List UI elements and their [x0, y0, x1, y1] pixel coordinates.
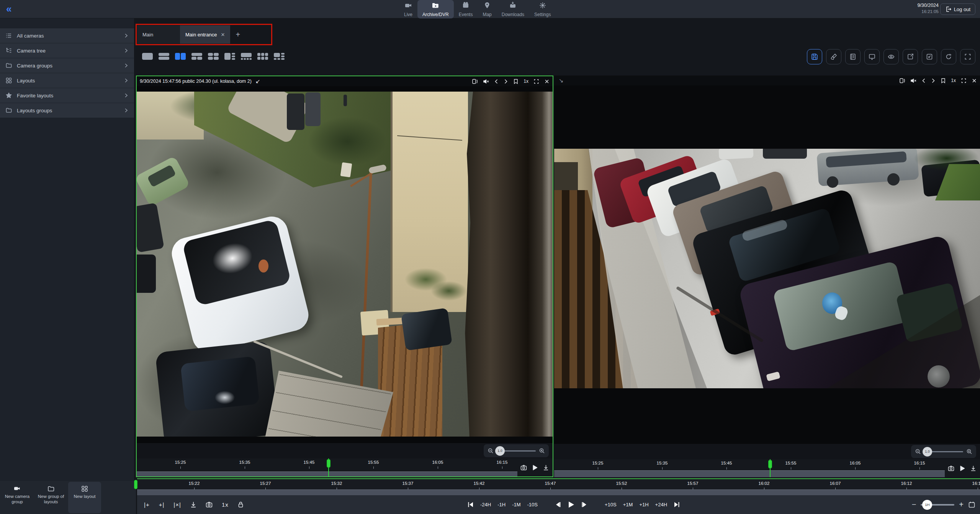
- snapshot-icon[interactable]: [206, 501, 213, 508]
- zoom-in-icon[interactable]: [539, 448, 545, 454]
- range-end-button[interactable]: +|: [159, 501, 165, 508]
- playback-speed[interactable]: 1x: [524, 79, 528, 84]
- zoom-out-icon[interactable]: [915, 448, 921, 455]
- layout-2x2[interactable]: [207, 51, 220, 61]
- tab-main-entrance[interactable]: Main entrance ✕: [180, 25, 230, 44]
- jump-back-24h[interactable]: -24H: [480, 502, 491, 507]
- zoom-slider-knob[interactable]: 1.0: [923, 447, 932, 457]
- camera-video[interactable]: [554, 85, 980, 444]
- sidebar-item-layouts[interactable]: Layouts: [0, 73, 134, 88]
- minimize-view-button[interactable]: [922, 49, 937, 64]
- scale-slider-track[interactable]: 1H: [921, 504, 954, 506]
- sidebar-item-camera-groups[interactable]: Camera groups: [0, 58, 134, 73]
- nav-map[interactable]: Map: [478, 0, 496, 18]
- mute-icon[interactable]: [910, 78, 916, 84]
- scale-minus-button[interactable]: −: [912, 500, 916, 509]
- step-back-icon[interactable]: [555, 501, 561, 508]
- view-mode-button[interactable]: [883, 49, 899, 64]
- nav-settings[interactable]: Settings: [529, 0, 556, 18]
- jump-back-1m[interactable]: -1M: [512, 502, 520, 507]
- jump-back-10s[interactable]: -10S: [527, 502, 538, 507]
- zoom-slider-knob[interactable]: 1.0: [495, 446, 505, 456]
- step-forward-icon[interactable]: [581, 501, 588, 508]
- save-layout-button[interactable]: [807, 49, 822, 64]
- camera-video[interactable]: [137, 86, 553, 443]
- download-icon[interactable]: [190, 501, 196, 508]
- share-button[interactable]: [903, 49, 918, 64]
- zoom-out-icon[interactable]: [488, 448, 494, 454]
- bookmark-icon[interactable]: [513, 79, 519, 84]
- camera-cell[interactable]: ↘ 1x: [554, 76, 980, 477]
- jump-fwd-24h[interactable]: +24H: [655, 502, 667, 507]
- tab-close-icon[interactable]: ✕: [221, 32, 225, 38]
- layout-1x1[interactable]: [141, 51, 154, 61]
- export-clip-icon[interactable]: [970, 465, 976, 471]
- play-icon[interactable]: [532, 465, 538, 471]
- layout-1-top-4-bottom[interactable]: [240, 51, 253, 61]
- tab-main[interactable]: Main: [137, 25, 180, 44]
- sidebar-item-favorite-layouts[interactable]: Favorite layouts: [0, 88, 134, 103]
- expand-icon[interactable]: [533, 79, 539, 84]
- sidebar-item-all-cameras[interactable]: All cameras: [0, 28, 134, 43]
- layout-1-top-2-bottom[interactable]: [190, 51, 203, 61]
- prev-frame-icon[interactable]: [494, 79, 499, 84]
- camera-cell-selected[interactable]: 9/30/2024 15:47:56 public 204.30 (ul. ko…: [136, 76, 553, 477]
- lock-icon[interactable]: [238, 501, 244, 508]
- close-icon[interactable]: [972, 78, 977, 84]
- playhead-knob[interactable]: [768, 460, 772, 468]
- zoom-slider-track[interactable]: 1.0: [924, 451, 963, 452]
- skip-to-end-icon[interactable]: [674, 501, 680, 508]
- skip-to-start-icon[interactable]: [467, 501, 474, 508]
- add-tab-button[interactable]: +: [230, 25, 245, 44]
- scale-slider-knob[interactable]: 1H: [922, 500, 932, 510]
- scale-plus-button[interactable]: +: [959, 500, 964, 509]
- nav-archive-dvr[interactable]: Archive/DVR: [417, 0, 454, 18]
- zoom-in-icon[interactable]: [966, 448, 972, 455]
- new-camera-group-button[interactable]: New camera group: [1, 482, 34, 513]
- layout-3x2[interactable]: [256, 51, 269, 61]
- playhead[interactable]: [328, 458, 329, 476]
- corner-arrow-icon[interactable]: ↙: [255, 78, 260, 85]
- close-icon[interactable]: [544, 79, 550, 84]
- global-timeline[interactable]: 15:22 15:27 15:32 15:37 15:42 15:47 15:5…: [137, 478, 980, 495]
- display-button[interactable]: [864, 49, 880, 64]
- jump-fwd-1m[interactable]: +1M: [623, 502, 633, 507]
- layout-2-rows[interactable]: [157, 51, 170, 61]
- logout-button[interactable]: Log out: [940, 3, 975, 15]
- speed-indicator[interactable]: 1x: [222, 501, 229, 508]
- zoom-slider-track[interactable]: 1.0: [497, 450, 536, 452]
- report-button[interactable]: [845, 49, 861, 64]
- layout-1-plus-5[interactable]: [273, 51, 286, 61]
- corner-arrow-icon[interactable]: ↘: [559, 77, 564, 84]
- range-clear-button[interactable]: |×|: [173, 501, 181, 508]
- nav-downloads[interactable]: Downloads: [497, 0, 529, 18]
- refresh-button[interactable]: [941, 49, 956, 64]
- global-playhead-knob[interactable]: [134, 480, 137, 489]
- range-start-button[interactable]: |+: [144, 501, 150, 508]
- jump-back-1h[interactable]: -1H: [497, 502, 506, 507]
- snapshot-icon[interactable]: [520, 465, 527, 471]
- mute-icon[interactable]: [483, 79, 489, 84]
- jump-fwd-10s[interactable]: +10S: [605, 502, 617, 507]
- jump-fwd-1h[interactable]: +1H: [639, 502, 648, 507]
- object-frame-icon[interactable]: [472, 79, 478, 84]
- sidebar-item-camera-tree[interactable]: Camera tree: [0, 43, 134, 58]
- next-frame-icon[interactable]: [931, 78, 936, 84]
- export-clip-icon[interactable]: [543, 465, 549, 471]
- play-icon[interactable]: [960, 465, 965, 471]
- next-frame-icon[interactable]: [504, 79, 508, 84]
- new-group-of-layouts-button[interactable]: New group of layouts: [34, 482, 67, 513]
- timeline-track[interactable]: 15:25 15:35 15:45 15:55 16:05 16:15: [137, 458, 517, 476]
- archive-band[interactable]: [137, 471, 517, 476]
- nav-events[interactable]: Events: [454, 0, 478, 18]
- playhead-knob[interactable]: [327, 459, 330, 468]
- bookmark-icon[interactable]: [941, 78, 946, 84]
- new-layout-button[interactable]: New layout: [68, 482, 101, 513]
- calendar-icon[interactable]: [968, 501, 975, 508]
- expand-icon[interactable]: [961, 78, 967, 84]
- layout-1-left-3-right[interactable]: [223, 51, 236, 61]
- snapshot-icon[interactable]: [948, 465, 954, 471]
- collapse-sidebar-icon[interactable]: «: [6, 3, 11, 15]
- fullscreen-button[interactable]: [960, 49, 975, 64]
- layout-2-columns[interactable]: [174, 51, 187, 61]
